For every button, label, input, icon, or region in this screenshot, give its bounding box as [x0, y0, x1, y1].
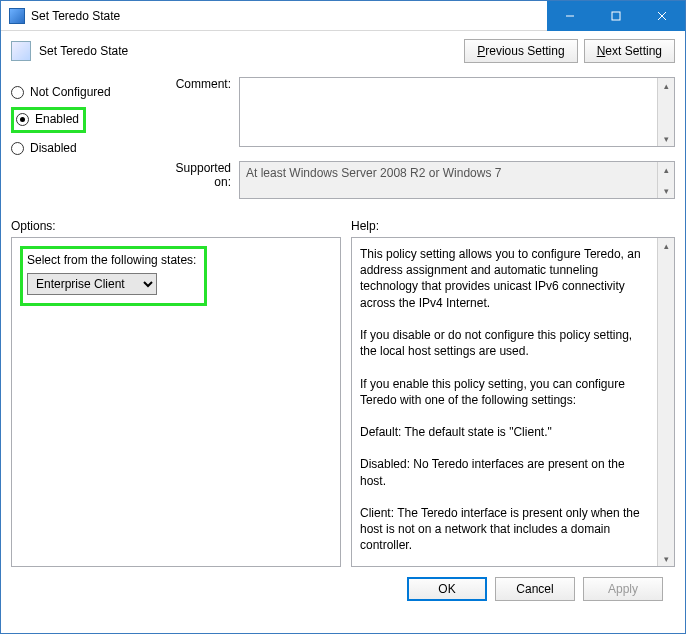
help-text: This policy setting allows you to config…	[352, 238, 674, 566]
supported-on-label: Supported on:	[159, 161, 239, 189]
radio-disabled-label: Disabled	[30, 141, 77, 155]
minimize-button[interactable]	[547, 1, 593, 31]
scroll-up-icon: ▴	[659, 238, 674, 253]
radio-disabled-input[interactable]	[11, 142, 24, 155]
header-row: Set Teredo State Previous Setting Next S…	[1, 31, 685, 67]
window-title: Set Teredo State	[31, 9, 120, 23]
comment-scrollbar[interactable]: ▴ ▾	[657, 78, 674, 146]
svg-rect-1	[612, 12, 620, 20]
supported-on-box: At least Windows Server 2008 R2 or Windo…	[239, 161, 675, 199]
title-bar: Set Teredo State	[1, 1, 685, 31]
close-button[interactable]	[639, 1, 685, 31]
previous-setting-button[interactable]: Previous Setting	[464, 39, 577, 63]
highlight-states: Select from the following states: Defaul…	[20, 246, 207, 306]
states-select[interactable]: DefaultDisabledClientEnterprise Client	[27, 273, 157, 295]
states-label: Select from the following states:	[27, 253, 196, 267]
comment-label: Comment:	[159, 77, 239, 91]
comment-textarea[interactable]: ▴ ▾	[239, 77, 675, 147]
cancel-button[interactable]: Cancel	[495, 577, 575, 601]
radio-enabled-input[interactable]	[16, 113, 29, 126]
radio-disabled[interactable]: Disabled	[11, 141, 141, 155]
radio-not-configured-input[interactable]	[11, 86, 24, 99]
scroll-up-icon: ▴	[659, 78, 674, 93]
maximize-button[interactable]	[593, 1, 639, 31]
radio-not-configured-label: Not Configured	[30, 85, 111, 99]
policy-icon	[11, 41, 31, 61]
policy-title: Set Teredo State	[39, 44, 458, 58]
next-setting-button[interactable]: Next Setting	[584, 39, 675, 63]
supported-on-value: At least Windows Server 2008 R2 or Windo…	[246, 166, 501, 180]
scroll-down-icon: ▾	[659, 551, 674, 566]
app-icon	[9, 8, 25, 24]
help-section-label: Help:	[351, 219, 675, 233]
scroll-up-icon: ▴	[659, 162, 674, 177]
options-section-label: Options:	[11, 219, 341, 233]
help-panel: This policy setting allows you to config…	[351, 237, 675, 567]
radio-not-configured[interactable]: Not Configured	[11, 85, 141, 99]
apply-button: Apply	[583, 577, 663, 601]
help-scrollbar[interactable]: ▴ ▾	[657, 238, 674, 566]
radio-enabled-label: Enabled	[35, 112, 79, 126]
dialog-button-bar: OK Cancel Apply	[11, 567, 675, 601]
options-panel: Select from the following states: Defaul…	[11, 237, 341, 567]
supported-scrollbar: ▴ ▾	[657, 162, 674, 198]
scroll-down-icon: ▾	[659, 183, 674, 198]
radio-enabled[interactable]: Enabled	[16, 112, 79, 126]
scroll-down-icon: ▾	[659, 131, 674, 146]
state-radio-group: Not Configured Enabled Disabled	[11, 85, 141, 155]
ok-button[interactable]: OK	[407, 577, 487, 601]
highlight-enabled: Enabled	[11, 107, 86, 133]
